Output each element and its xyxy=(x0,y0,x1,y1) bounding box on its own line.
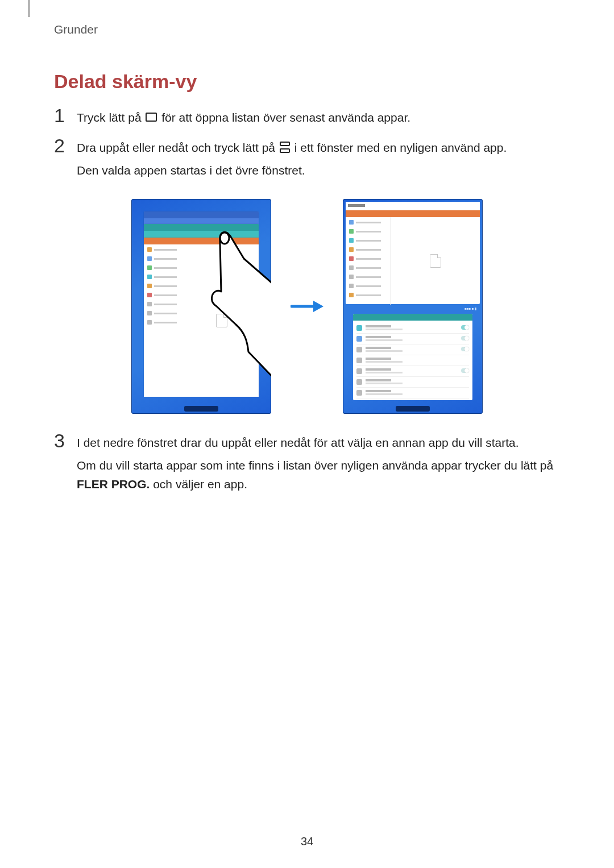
device-nav-bar xyxy=(396,406,430,412)
split-resize-handle: ■■■ ■ ▮ xyxy=(346,305,480,312)
step-3-number: 3 xyxy=(54,431,77,450)
recent-apps-icon xyxy=(146,113,157,122)
step-3-line2a: Om du vill starta appar som inte finns i… xyxy=(77,459,553,472)
document-icon xyxy=(430,254,441,268)
device-nav-bar xyxy=(184,406,218,412)
fler-prog-label: FLER PROG. xyxy=(77,477,150,491)
step-3-body: I det nedre fönstret drar du uppåt eller… xyxy=(77,434,560,499)
step-1-body: Tryck lätt på för att öppna listan över … xyxy=(77,109,410,132)
step-3-line2b: och väljer en app. xyxy=(153,477,247,491)
step-2-number: 2 xyxy=(54,136,77,155)
split-screen-icon xyxy=(280,142,290,153)
device-right: ■■■ ■ ▮ xyxy=(343,199,483,414)
recent-card-1 xyxy=(144,211,259,225)
files-toolbar xyxy=(346,202,480,210)
files-orange-tab xyxy=(346,210,480,217)
settings-list xyxy=(353,321,472,400)
header-rule xyxy=(28,0,30,17)
step-2-line2: Den valda appen startas i det övre fönst… xyxy=(77,161,507,180)
step-3-line1: I det nedre fönstret drar du uppåt eller… xyxy=(77,434,560,452)
file-sidebar xyxy=(144,244,185,397)
figure: ■■■ ■ ▮ xyxy=(54,199,560,414)
top-pane-files xyxy=(346,202,480,304)
step-2-body: Dra uppåt eller nedåt och tryck lätt på … xyxy=(77,139,507,185)
step-1-number: 1 xyxy=(54,106,77,125)
svg-marker-2 xyxy=(313,301,323,312)
step-3: 3 I det nedre fönstret drar du uppåt ell… xyxy=(54,434,560,499)
bottom-pane-settings xyxy=(353,314,472,400)
files-content xyxy=(391,217,480,305)
step-1-text-after: för att öppna listan över senast använda… xyxy=(161,111,410,124)
step-2-text-after: i ett fönster med en nyligen använd app. xyxy=(294,141,507,154)
drag-hand-icon xyxy=(211,230,271,384)
page-number: 34 xyxy=(0,835,614,848)
step-1: 1 Tryck lätt på för att öppna listan öve… xyxy=(54,109,560,132)
arrow-icon xyxy=(291,300,323,313)
step-2: 2 Dra uppåt eller nedåt och tryck lätt p… xyxy=(54,139,560,185)
device-left xyxy=(131,199,271,414)
breadcrumb: Grunder xyxy=(54,23,560,36)
page: Grunder Delad skärm-vy 1 Tryck lätt på f… xyxy=(0,0,614,868)
files-sidebar xyxy=(346,217,391,305)
page-heading: Delad skärm-vy xyxy=(54,70,560,93)
step-1-text-before: Tryck lätt på xyxy=(77,111,144,124)
step-2-text-before: Dra uppåt eller nedåt och tryck lätt på xyxy=(77,141,279,154)
